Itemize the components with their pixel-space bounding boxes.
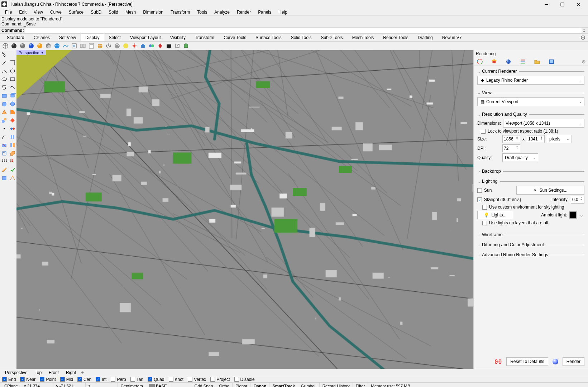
- arctic-icon[interactable]: [113, 42, 121, 50]
- point-icon[interactable]: [0, 125, 8, 133]
- cone-icon[interactable]: [0, 108, 8, 116]
- polygon-icon[interactable]: [0, 83, 8, 91]
- render-button[interactable]: Render: [563, 357, 584, 366]
- box-wire-icon[interactable]: [173, 42, 181, 50]
- pen-icon[interactable]: [62, 42, 70, 50]
- light-icon[interactable]: [9, 174, 16, 182]
- grid-icon[interactable]: [0, 158, 8, 166]
- menu-dimension[interactable]: Dimension: [139, 9, 167, 15]
- section-dithering[interactable]: › Dithering and Color Adjustment: [477, 242, 584, 247]
- target-icon[interactable]: [130, 42, 138, 50]
- sun-checkbox[interactable]: [477, 188, 482, 193]
- osnap-int-checkbox[interactable]: ✓: [96, 377, 100, 382]
- menu-solid[interactable]: Solid: [105, 9, 122, 15]
- status-cplane[interactable]: CPlane: [1, 383, 21, 387]
- osnap-vertex-checkbox[interactable]: [188, 377, 192, 382]
- menu-mesh[interactable]: Mesh: [122, 9, 139, 15]
- status-toggle-filter[interactable]: Filter: [353, 383, 368, 387]
- tab-select[interactable]: Select: [104, 34, 125, 41]
- osnap-quad-checkbox[interactable]: ✓: [148, 377, 152, 382]
- status-toggle-ortho[interactable]: Ortho: [216, 383, 233, 387]
- tab-transform[interactable]: Transform: [190, 34, 219, 41]
- tab-curve-tools[interactable]: Curve Tools: [219, 34, 251, 41]
- menu-view[interactable]: View: [30, 9, 47, 15]
- viewport-title-menu[interactable]: Perspective ▼: [16, 50, 46, 55]
- osnap-point-checkbox[interactable]: ✓: [40, 377, 44, 382]
- two-viewports-icon[interactable]: [79, 42, 87, 50]
- help-tab-icon[interactable]: [548, 58, 555, 65]
- renderer-dropdown[interactable]: ◆Legacy Rhino Render ⌄: [477, 76, 584, 85]
- section-current-renderer[interactable]: ⌄ Current Renderer: [477, 69, 584, 74]
- camera-icon[interactable]: [139, 42, 147, 50]
- properties-tab-icon[interactable]: [520, 58, 526, 65]
- skylight-checkbox[interactable]: ✓: [477, 197, 482, 202]
- close-button[interactable]: [570, 0, 587, 9]
- ghosted-icon[interactable]: [44, 42, 52, 50]
- boolean-icon[interactable]: [0, 116, 8, 124]
- osnap-cen-checkbox[interactable]: ✓: [77, 377, 82, 382]
- clip-icon[interactable]: [156, 42, 164, 50]
- command-input[interactable]: [25, 28, 582, 33]
- size-unit-dropdown[interactable]: pixels⌄: [547, 135, 572, 143]
- print-display-icon[interactable]: [87, 42, 95, 50]
- status-units[interactable]: Centimeters: [118, 383, 146, 387]
- menu-edit[interactable]: Edit: [15, 9, 30, 15]
- house-icon[interactable]: [182, 42, 190, 50]
- tab-surface-tools[interactable]: Surface Tools: [251, 34, 286, 41]
- command-history-spinner[interactable]: ▲▼: [582, 28, 587, 33]
- menu-panels[interactable]: Panels: [254, 9, 275, 15]
- rotate-icon[interactable]: [0, 141, 8, 149]
- tab-visibility[interactable]: Visibility: [166, 34, 190, 41]
- viewport-3d[interactable]: [16, 50, 473, 369]
- status-toggle-grid-snap[interactable]: Grid Snap: [192, 383, 216, 387]
- section-view[interactable]: ⌄ View: [477, 90, 584, 95]
- osnap-near-checkbox[interactable]: ✓: [20, 377, 25, 382]
- status-toggle-gumball[interactable]: Gumball: [298, 383, 320, 387]
- section-lighting[interactable]: ⌄ Lighting: [477, 179, 584, 184]
- grid-red-icon[interactable]: [9, 158, 16, 166]
- command-line[interactable]: Command: ▲▼: [0, 28, 588, 34]
- panel-close-icon[interactable]: ⊗: [582, 59, 586, 64]
- points-icon[interactable]: [9, 125, 16, 133]
- osnap-perp-checkbox[interactable]: [111, 377, 115, 382]
- osnap-disable-checkbox[interactable]: [234, 377, 239, 382]
- intensity-input[interactable]: 0.0▲▼: [571, 196, 584, 204]
- curve-icon[interactable]: [0, 67, 8, 75]
- four-viewports-icon[interactable]: [96, 42, 104, 50]
- tab-subd-tools[interactable]: SubD Tools: [316, 34, 348, 41]
- mesh-icon[interactable]: [9, 116, 16, 124]
- section-advanced[interactable]: › Advanced Rhino Render Settings: [477, 252, 584, 257]
- monitor-icon[interactable]: [165, 42, 173, 50]
- menu-file[interactable]: File: [1, 9, 15, 15]
- custom-env-checkbox[interactable]: [482, 205, 487, 210]
- maximize-button[interactable]: [554, 0, 570, 9]
- status-toggle-planar[interactable]: Planar: [233, 383, 250, 387]
- tab-display[interactable]: Display: [81, 34, 104, 41]
- viewport-tab-front[interactable]: Front: [45, 369, 62, 376]
- menu-subd[interactable]: SubD: [87, 9, 105, 15]
- toolbar-options-gear-icon[interactable]: [580, 35, 586, 40]
- libraries-tab-icon[interactable]: [534, 58, 540, 65]
- view-dropdown[interactable]: ▦Current Viewport ⌄: [477, 97, 584, 106]
- tab-drafting[interactable]: Drafting: [413, 34, 438, 41]
- tab-set-view[interactable]: Set View: [54, 34, 81, 41]
- copy-icon[interactable]: [9, 133, 16, 141]
- osnap-mid-checkbox[interactable]: ✓: [60, 377, 65, 382]
- shaded-black-icon[interactable]: [10, 42, 18, 50]
- section-backdrop[interactable]: › Backdrop: [477, 169, 584, 174]
- move-icon[interactable]: [0, 133, 8, 141]
- tab-render-tools[interactable]: Render Tools: [378, 34, 413, 41]
- tab-mesh-tools[interactable]: Mesh Tools: [348, 34, 378, 41]
- shaded-gold-icon[interactable]: [36, 42, 44, 50]
- section-wireframe[interactable]: › Wireframe: [477, 232, 584, 237]
- reset-defaults-button[interactable]: Reset To Defaults: [506, 357, 548, 366]
- layers-tab-icon[interactable]: [491, 58, 497, 65]
- tab-solid-tools[interactable]: Solid Tools: [286, 34, 316, 41]
- tab-new-in-v7[interactable]: New in V7: [438, 34, 467, 41]
- solid-box-icon[interactable]: [0, 149, 8, 157]
- tab-cplanes[interactable]: CPlanes: [29, 34, 54, 41]
- status-toggle-record-history[interactable]: Record History: [320, 383, 353, 387]
- box-icon[interactable]: [9, 92, 16, 100]
- shaded-grey-icon[interactable]: [19, 42, 27, 50]
- osnap-end-checkbox[interactable]: ✓: [2, 377, 7, 382]
